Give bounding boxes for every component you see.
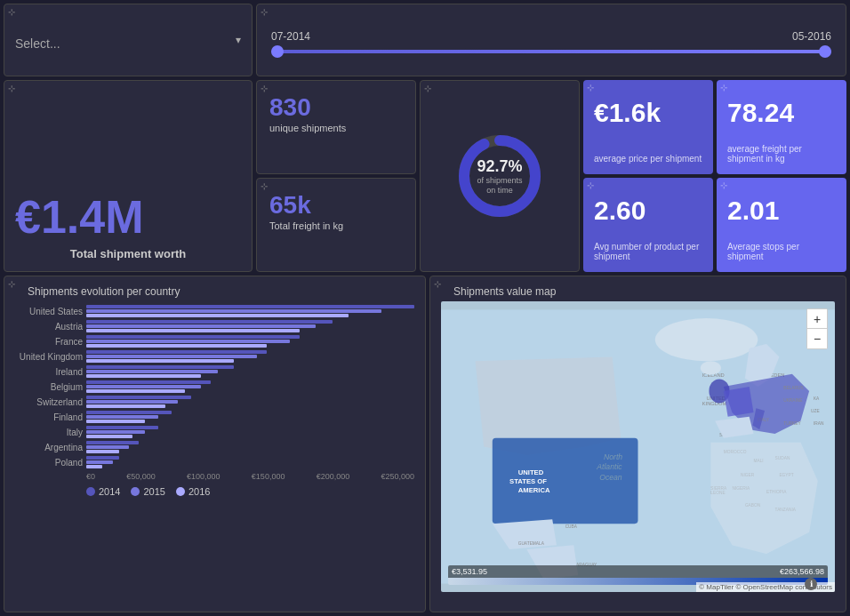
dashboard: ⊹ Select... ▾ ⊹ 07-2014 05-2016 ⊹ €1.4M … <box>0 0 850 616</box>
svg-text:Ocean: Ocean <box>599 473 622 482</box>
bar-y2014 <box>86 456 119 460</box>
donut-label: 92.7% of shipments on time <box>476 157 525 196</box>
bars-container <box>86 441 414 453</box>
bar-y2016 <box>86 329 300 332</box>
bar-label: Austria <box>15 322 83 332</box>
bar-y2015 <box>86 309 381 313</box>
bar-y2016 <box>86 359 234 363</box>
avg-price-tile: ⊹ €1.6k average price per shipment <box>583 80 713 174</box>
bars-container <box>86 350 414 363</box>
x-axis-label: €250,000 <box>381 472 414 481</box>
info-icon[interactable]: ℹ <box>805 578 817 590</box>
bar-label: Switzerland <box>15 397 83 407</box>
date-range-slider[interactable]: ⊹ 07-2014 05-2016 <box>256 4 846 76</box>
bar-y2016 <box>86 389 185 393</box>
svg-text:GUATEMALA: GUATEMALA <box>518 541 545 546</box>
bars-container <box>86 426 414 438</box>
bar-row: Italy <box>86 426 414 438</box>
avg-stops-tile: ⊹ 2.01 Average stops per shipment <box>717 178 846 272</box>
slider-labels: 07-2014 05-2016 <box>271 30 831 43</box>
unique-shipments-label: unique shipments <box>269 122 403 134</box>
select-placeholder: Select... <box>15 36 60 51</box>
bar-chart-card: ⊹ Shipments evolution per country United… <box>4 276 426 612</box>
bars-container <box>86 305 414 317</box>
bar-y2015 <box>86 355 257 358</box>
select-widget[interactable]: ⊹ Select... ▾ <box>4 4 253 76</box>
bar-y2015 <box>86 340 290 343</box>
bar-label: Italy <box>15 428 83 437</box>
bar-chart: United StatesAustriaFranceUnited Kingdom… <box>15 305 414 468</box>
bar-row: Poland <box>86 456 414 468</box>
unique-shipments-value: 830 <box>269 93 403 122</box>
legend-year: 2016 <box>188 486 210 497</box>
avg-freight-label: average freight per shipment in kg <box>727 144 836 164</box>
total-worth-card: ⊹ €1.4M Total shipment worth <box>4 80 253 272</box>
top-row: ⊹ Select... ▾ ⊹ 07-2014 05-2016 <box>0 0 850 80</box>
map-title: Shipments value map <box>453 285 835 298</box>
donut-move-icon: ⊹ <box>424 84 431 93</box>
bar-y2015 <box>86 400 178 404</box>
x-axis-label: €150,000 <box>252 472 285 481</box>
svg-text:CUBA: CUBA <box>565 524 578 529</box>
slider-thumb-right[interactable] <box>819 45 831 58</box>
bar-y2015 <box>86 445 129 449</box>
bar-y2014 <box>86 396 191 399</box>
bars-container <box>86 320 414 332</box>
bar-y2014 <box>86 365 234 369</box>
bottom-row: ⊹ Shipments evolution per country United… <box>0 276 850 616</box>
bar-label: Poland <box>15 458 83 468</box>
avg-products-tile: ⊹ 2.60 Avg number of product per shipmen… <box>583 178 713 272</box>
bar-y2015 <box>86 415 158 419</box>
move-icon: ⊹ <box>8 8 15 17</box>
total-freight-value: 65k <box>269 191 403 220</box>
svg-text:IRAN: IRAN <box>814 421 824 426</box>
legend-dot <box>131 487 140 496</box>
map-card: ⊹ Shipments value map GREENLAND ICELAND … <box>429 276 846 612</box>
svg-text:UZE: UZE <box>811 409 820 413</box>
bar-label: United States <box>15 307 83 316</box>
avg-stops-value: 2.01 <box>727 196 779 226</box>
legend-item: 2016 <box>176 486 210 497</box>
avg-price-value: €1.6k <box>594 98 661 128</box>
map-legend-max: €263,566.98 <box>780 567 824 576</box>
bar-y2015 <box>86 370 218 373</box>
svg-text:UKRAINE: UKRAINE <box>783 398 802 403</box>
avg-products-value: 2.60 <box>594 196 646 226</box>
bar-label: Argentina <box>15 443 83 452</box>
slider-track[interactable] <box>271 50 831 53</box>
bar-y2016 <box>86 404 165 408</box>
map-container: GREENLAND ICELAND SWEDEN UNITED KINGDOM <box>441 301 835 592</box>
legend-dot <box>86 487 95 496</box>
unique-shipments-move-icon: ⊹ <box>261 84 268 93</box>
bar-y2016 <box>86 435 132 438</box>
bar-y2014 <box>86 426 158 429</box>
shipments-column: ⊹ 830 unique shipments ⊹ 65k Total freig… <box>256 80 416 272</box>
bar-label: Ireland <box>15 367 83 377</box>
zoom-out-button[interactable]: − <box>807 329 827 348</box>
slider-thumb-left[interactable] <box>271 45 284 58</box>
avg-freight-move-icon: ⊹ <box>720 84 727 92</box>
bar-y2014 <box>86 380 211 384</box>
bar-label: Finland <box>15 412 83 422</box>
svg-text:AMERICA: AMERICA <box>518 486 550 494</box>
svg-text:TURKEY: TURKEY <box>783 421 801 426</box>
total-worth-label: Total shipment worth <box>70 247 186 260</box>
svg-text:Atlantic: Atlantic <box>596 463 622 472</box>
zoom-in-button[interactable]: + <box>807 309 827 329</box>
bar-y2014 <box>86 335 300 339</box>
legend-year: 2015 <box>143 486 164 497</box>
bar-y2014 <box>86 320 333 324</box>
bar-y2015 <box>86 430 145 434</box>
bar-row: Argentina <box>86 441 414 453</box>
total-worth-value: €1.4M <box>15 194 144 240</box>
bar-y2014 <box>86 305 414 308</box>
bar-y2016 <box>86 420 145 423</box>
map-legend-min: €3,531.95 <box>452 567 487 576</box>
svg-text:STATES OF: STATES OF <box>509 477 547 485</box>
slider-move-icon: ⊹ <box>261 8 268 17</box>
bars-container <box>86 411 414 423</box>
map-zoom-controls[interactable]: + − <box>806 308 828 349</box>
avg-products-move-icon: ⊹ <box>587 181 594 190</box>
legend-item: 2014 <box>86 486 120 497</box>
chart-x-axis: €0€50,000€100,000€150,000€200,000€250,00… <box>15 472 414 481</box>
